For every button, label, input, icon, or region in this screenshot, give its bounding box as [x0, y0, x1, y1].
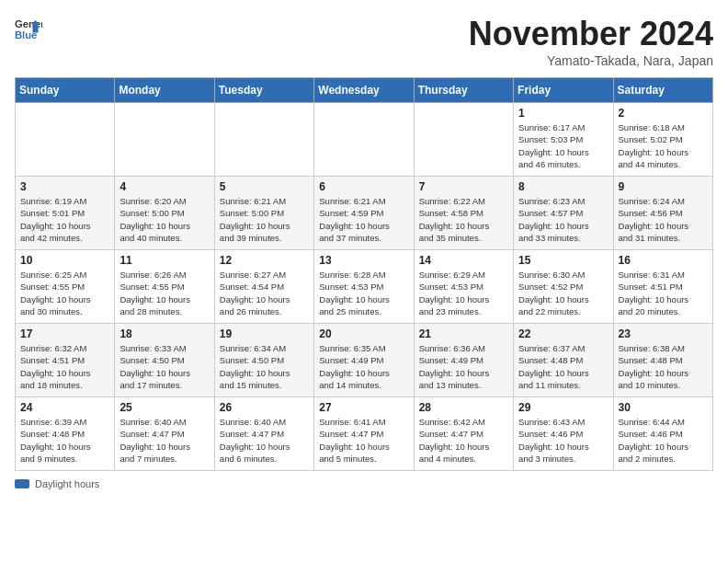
calendar-cell — [16, 103, 115, 177]
calendar-cell: 8Sunrise: 6:23 AM Sunset: 4:57 PM Daylig… — [514, 177, 613, 250]
day-info: Sunrise: 6:20 AM Sunset: 5:00 PM Dayligh… — [119, 195, 209, 244]
legend-label: Daylight hours — [35, 478, 99, 489]
day-number: 17 — [20, 327, 109, 340]
day-number: 30 — [619, 401, 708, 414]
calendar-week-4: 17Sunrise: 6:32 AM Sunset: 4:51 PM Dayli… — [16, 324, 713, 397]
calendar-week-1: 1Sunrise: 6:17 AM Sunset: 5:03 PM Daylig… — [16, 103, 713, 177]
day-info: Sunrise: 6:19 AM Sunset: 5:01 PM Dayligh… — [20, 195, 109, 244]
calendar-cell: 16Sunrise: 6:31 AM Sunset: 4:51 PM Dayli… — [613, 250, 712, 324]
day-number: 9 — [619, 180, 708, 193]
day-info: Sunrise: 6:39 AM Sunset: 4:48 PM Dayligh… — [20, 416, 109, 465]
calendar-cell: 6Sunrise: 6:21 AM Sunset: 4:59 PM Daylig… — [314, 177, 414, 250]
day-number: 21 — [419, 327, 508, 340]
day-number: 18 — [119, 327, 209, 340]
day-info: Sunrise: 6:43 AM Sunset: 4:46 PM Dayligh… — [518, 416, 608, 465]
calendar-table: SundayMondayTuesdayWednesdayThursdayFrid… — [15, 77, 713, 471]
day-info: Sunrise: 6:22 AM Sunset: 4:58 PM Dayligh… — [419, 195, 508, 244]
calendar-cell: 25Sunrise: 6:40 AM Sunset: 4:47 PM Dayli… — [115, 397, 214, 471]
calendar-cell: 5Sunrise: 6:21 AM Sunset: 5:00 PM Daylig… — [214, 177, 313, 250]
calendar-body: 1Sunrise: 6:17 AM Sunset: 5:03 PM Daylig… — [16, 103, 713, 471]
day-info: Sunrise: 6:34 AM Sunset: 4:50 PM Dayligh… — [220, 342, 309, 391]
day-info: Sunrise: 6:32 AM Sunset: 4:51 PM Dayligh… — [20, 342, 109, 391]
day-info: Sunrise: 6:21 AM Sunset: 4:59 PM Dayligh… — [319, 195, 408, 244]
day-info: Sunrise: 6:40 AM Sunset: 4:47 PM Dayligh… — [220, 416, 309, 465]
day-number: 29 — [518, 401, 608, 414]
calendar-header-wednesday: Wednesday — [314, 78, 414, 103]
day-info: Sunrise: 6:33 AM Sunset: 4:50 PM Dayligh… — [119, 342, 209, 391]
day-number: 3 — [20, 180, 109, 193]
calendar-header-thursday: Thursday — [414, 78, 513, 103]
calendar-cell: 30Sunrise: 6:44 AM Sunset: 4:46 PM Dayli… — [613, 397, 712, 471]
calendar-cell: 17Sunrise: 6:32 AM Sunset: 4:51 PM Dayli… — [16, 324, 115, 397]
day-info: Sunrise: 6:36 AM Sunset: 4:49 PM Dayligh… — [419, 342, 508, 391]
calendar-header-friday: Friday — [514, 78, 613, 103]
day-number: 6 — [319, 180, 408, 193]
calendar-cell: 20Sunrise: 6:35 AM Sunset: 4:49 PM Dayli… — [314, 324, 414, 397]
calendar-cell: 28Sunrise: 6:42 AM Sunset: 4:47 PM Dayli… — [414, 397, 513, 471]
day-info: Sunrise: 6:28 AM Sunset: 4:53 PM Dayligh… — [319, 269, 408, 317]
title-block: November 2024 Yamato-Takada, Nara, Japan — [469, 15, 713, 68]
day-number: 1 — [518, 107, 608, 120]
day-info: Sunrise: 6:26 AM Sunset: 4:55 PM Dayligh… — [119, 269, 209, 317]
calendar-cell: 24Sunrise: 6:39 AM Sunset: 4:48 PM Dayli… — [16, 397, 115, 471]
logo: General Blue — [15, 15, 46, 42]
calendar-cell: 10Sunrise: 6:25 AM Sunset: 4:55 PM Dayli… — [16, 250, 115, 324]
day-info: Sunrise: 6:23 AM Sunset: 4:57 PM Dayligh… — [518, 195, 608, 244]
calendar-cell: 22Sunrise: 6:37 AM Sunset: 4:48 PM Dayli… — [514, 324, 613, 397]
day-number: 4 — [119, 180, 209, 193]
day-info: Sunrise: 6:35 AM Sunset: 4:49 PM Dayligh… — [319, 342, 408, 391]
calendar-week-2: 3Sunrise: 6:19 AM Sunset: 5:01 PM Daylig… — [16, 177, 713, 250]
legend-color-box — [15, 479, 29, 488]
calendar-cell: 15Sunrise: 6:30 AM Sunset: 4:52 PM Dayli… — [514, 250, 613, 324]
day-info: Sunrise: 6:41 AM Sunset: 4:47 PM Dayligh… — [319, 416, 408, 465]
day-number: 22 — [518, 327, 608, 340]
day-info: Sunrise: 6:29 AM Sunset: 4:53 PM Dayligh… — [419, 269, 508, 317]
legend: Daylight hours — [15, 478, 713, 489]
calendar-cell: 13Sunrise: 6:28 AM Sunset: 4:53 PM Dayli… — [314, 250, 414, 324]
calendar-cell: 21Sunrise: 6:36 AM Sunset: 4:49 PM Dayli… — [414, 324, 513, 397]
day-number: 24 — [20, 401, 109, 414]
day-info: Sunrise: 6:44 AM Sunset: 4:46 PM Dayligh… — [619, 416, 708, 465]
day-info: Sunrise: 6:27 AM Sunset: 4:54 PM Dayligh… — [220, 269, 309, 317]
logo-icon: General Blue — [15, 15, 42, 42]
calendar-cell: 11Sunrise: 6:26 AM Sunset: 4:55 PM Dayli… — [115, 250, 214, 324]
month-title: November 2024 — [469, 15, 713, 53]
day-number: 10 — [20, 254, 109, 267]
calendar-cell: 3Sunrise: 6:19 AM Sunset: 5:01 PM Daylig… — [16, 177, 115, 250]
day-number: 12 — [220, 254, 309, 267]
day-number: 2 — [619, 107, 708, 120]
calendar-header-tuesday: Tuesday — [214, 78, 313, 103]
day-number: 14 — [419, 254, 508, 267]
day-info: Sunrise: 6:25 AM Sunset: 4:55 PM Dayligh… — [20, 269, 109, 317]
day-number: 16 — [619, 254, 708, 267]
day-info: Sunrise: 6:18 AM Sunset: 5:02 PM Dayligh… — [619, 121, 708, 170]
day-info: Sunrise: 6:30 AM Sunset: 4:52 PM Dayligh… — [518, 269, 608, 317]
day-number: 7 — [419, 180, 508, 193]
calendar-cell: 18Sunrise: 6:33 AM Sunset: 4:50 PM Dayli… — [115, 324, 214, 397]
calendar-cell: 12Sunrise: 6:27 AM Sunset: 4:54 PM Dayli… — [214, 250, 313, 324]
day-info: Sunrise: 6:17 AM Sunset: 5:03 PM Dayligh… — [518, 121, 608, 170]
calendar-week-5: 24Sunrise: 6:39 AM Sunset: 4:48 PM Dayli… — [16, 397, 713, 471]
calendar-cell: 4Sunrise: 6:20 AM Sunset: 5:00 PM Daylig… — [115, 177, 214, 250]
day-info: Sunrise: 6:40 AM Sunset: 4:47 PM Dayligh… — [119, 416, 209, 465]
page-header: General Blue November 2024 Yamato-Takada… — [15, 15, 713, 68]
calendar-cell: 2Sunrise: 6:18 AM Sunset: 5:02 PM Daylig… — [613, 103, 712, 177]
calendar-week-3: 10Sunrise: 6:25 AM Sunset: 4:55 PM Dayli… — [16, 250, 713, 324]
day-info: Sunrise: 6:21 AM Sunset: 5:00 PM Dayligh… — [220, 195, 309, 244]
calendar-header-saturday: Saturday — [613, 78, 712, 103]
day-info: Sunrise: 6:42 AM Sunset: 4:47 PM Dayligh… — [419, 416, 508, 465]
day-info: Sunrise: 6:31 AM Sunset: 4:51 PM Dayligh… — [619, 269, 708, 317]
day-number: 23 — [619, 327, 708, 340]
calendar-cell — [414, 103, 513, 177]
day-number: 20 — [319, 327, 408, 340]
calendar-cell: 9Sunrise: 6:24 AM Sunset: 4:56 PM Daylig… — [613, 177, 712, 250]
calendar-cell: 23Sunrise: 6:38 AM Sunset: 4:48 PM Dayli… — [613, 324, 712, 397]
day-info: Sunrise: 6:37 AM Sunset: 4:48 PM Dayligh… — [518, 342, 608, 391]
day-number: 11 — [119, 254, 209, 267]
location: Yamato-Takada, Nara, Japan — [469, 53, 713, 68]
calendar-cell: 27Sunrise: 6:41 AM Sunset: 4:47 PM Dayli… — [314, 397, 414, 471]
day-number: 25 — [119, 401, 209, 414]
calendar-cell — [314, 103, 414, 177]
day-number: 8 — [518, 180, 608, 193]
calendar-cell: 14Sunrise: 6:29 AM Sunset: 4:53 PM Dayli… — [414, 250, 513, 324]
